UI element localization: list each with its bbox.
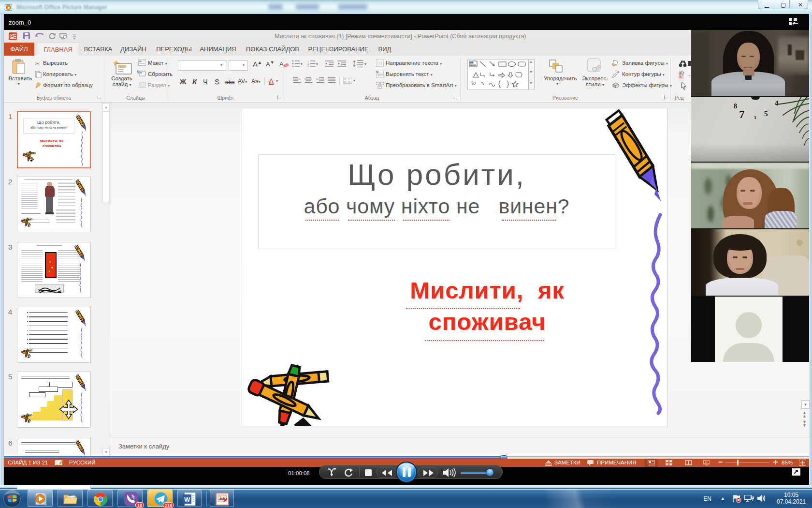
svg-text:А: А xyxy=(279,60,284,68)
svg-text:W: W xyxy=(184,496,190,503)
svg-text:3: 3 xyxy=(307,65,309,67)
svg-text:P: P xyxy=(10,34,14,39)
